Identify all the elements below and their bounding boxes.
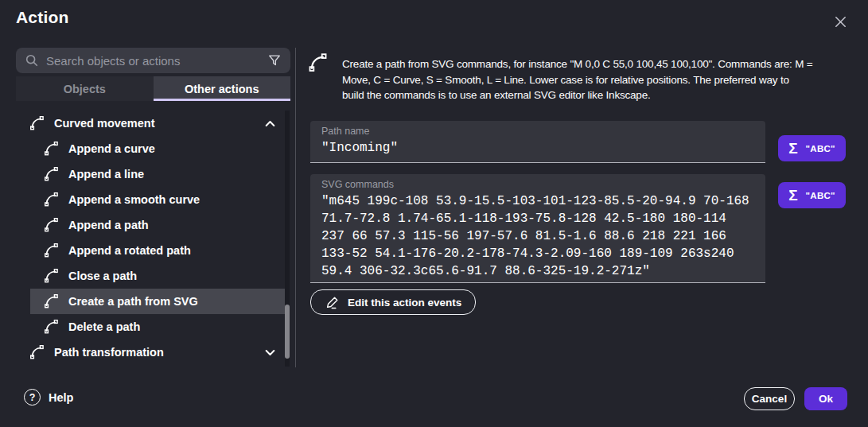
curve-icon: [43, 319, 59, 335]
list-item-path-transformation[interactable]: Path transformation: [16, 340, 285, 365]
search-icon: [25, 53, 39, 68]
curve-icon: [43, 293, 59, 309]
tab-objects[interactable]: Objects: [16, 76, 154, 101]
help-label: Help: [49, 391, 73, 404]
path-name-value[interactable]: "Incoming": [321, 139, 754, 157]
svg-commands-value[interactable]: "m645 199c-108 53.9-15.5-103-101-123-85.…: [321, 192, 754, 280]
curve-icon: [43, 192, 59, 208]
curve-icon: [29, 115, 45, 131]
curve-icon: [43, 166, 59, 182]
expression-builder-label: "ABC": [806, 144, 835, 153]
action-dialog: Action Objects Other actions Curved move…: [0, 0, 868, 427]
help-link[interactable]: ? Help: [24, 389, 73, 406]
list-item-append-a-smooth-curve[interactable]: Append a smooth curve: [30, 187, 285, 212]
expression-builder-button-path-name[interactable]: Σ "ABC": [778, 135, 846, 161]
svg-commands-field[interactable]: SVG commands "m645 199c-108 53.9-15.5-10…: [310, 174, 765, 283]
list-item-label: Create a path from SVG: [68, 295, 198, 308]
svg-commands-label: SVG commands: [321, 179, 754, 190]
list-item-label: Append a line: [68, 168, 144, 181]
list-item-label: Append a path: [68, 219, 149, 231]
list-item-close-a-path[interactable]: Close a path: [30, 263, 285, 289]
list-item-append-a-path[interactable]: Append a path: [30, 212, 285, 238]
expression-builder-label: "ABC": [806, 191, 835, 200]
close-icon: [833, 14, 848, 29]
expression-builder-button-svg-commands[interactable]: Σ "ABC": [778, 182, 846, 208]
list-item-label: Append a curve: [68, 142, 155, 155]
action-description: Create a path from SVG commands, for ins…: [342, 56, 812, 103]
list-item-label: Close a path: [68, 270, 137, 282]
curve-icon: [43, 141, 59, 157]
edit-action-events-button[interactable]: Edit this action events: [310, 289, 476, 315]
list-item-label: Curved movement: [54, 117, 155, 130]
tab-other-actions[interactable]: Other actions: [154, 76, 291, 101]
list-item-label: Delete a path: [68, 320, 140, 333]
list-item-append-a-line[interactable]: Append a line: [30, 161, 285, 187]
curve-icon: [43, 268, 59, 284]
search-input[interactable]: [46, 54, 260, 68]
list-item-create-a-path-from-svg[interactable]: Create a path from SVG: [30, 289, 285, 314]
curve-icon: [43, 217, 59, 233]
list-item-label: Path transformation: [54, 346, 164, 359]
list-item-delete-a-path[interactable]: Delete a path: [30, 314, 285, 340]
curve-icon: [307, 52, 328, 73]
list-scrollbar-thumb[interactable]: [285, 305, 290, 359]
page-title: Action: [16, 8, 69, 27]
close-button[interactable]: [828, 10, 852, 33]
list-item-label: Append a rotated path: [68, 244, 191, 257]
curve-icon: [29, 344, 45, 360]
sigma-icon: Σ: [788, 141, 797, 156]
tab-other-actions-label: Other actions: [185, 83, 259, 95]
filter-icon[interactable]: [267, 53, 282, 68]
actions-list: Curved movement Append a curve Append a …: [16, 111, 285, 365]
chevron-up-icon[interactable]: [265, 120, 275, 127]
list-item-append-a-rotated-path[interactable]: Append a rotated path: [30, 238, 285, 263]
tab-objects-label: Objects: [64, 83, 106, 95]
panel-divider: [295, 48, 296, 367]
pencil-icon: [325, 295, 340, 310]
list-item-curved-movement[interactable]: Curved movement: [16, 111, 285, 136]
curve-icon: [43, 243, 59, 258]
tab-bar: Objects Other actions: [16, 76, 290, 101]
sigma-icon: Σ: [788, 188, 797, 203]
ok-button[interactable]: Ok: [804, 387, 847, 410]
list-item-label: Append a smooth curve: [68, 193, 200, 206]
help-icon: ?: [24, 389, 41, 406]
edit-action-events-label: Edit this action events: [348, 297, 461, 309]
cancel-button[interactable]: Cancel: [744, 387, 795, 410]
list-item-append-a-curve[interactable]: Append a curve: [30, 136, 285, 161]
path-name-label: Path name: [321, 126, 754, 137]
chevron-down-icon[interactable]: [265, 349, 275, 356]
curved-movement-children: Append a curve Append a line Append a sm…: [30, 136, 285, 340]
search-bar: [16, 48, 290, 73]
path-name-field[interactable]: Path name "Incoming": [310, 121, 765, 163]
